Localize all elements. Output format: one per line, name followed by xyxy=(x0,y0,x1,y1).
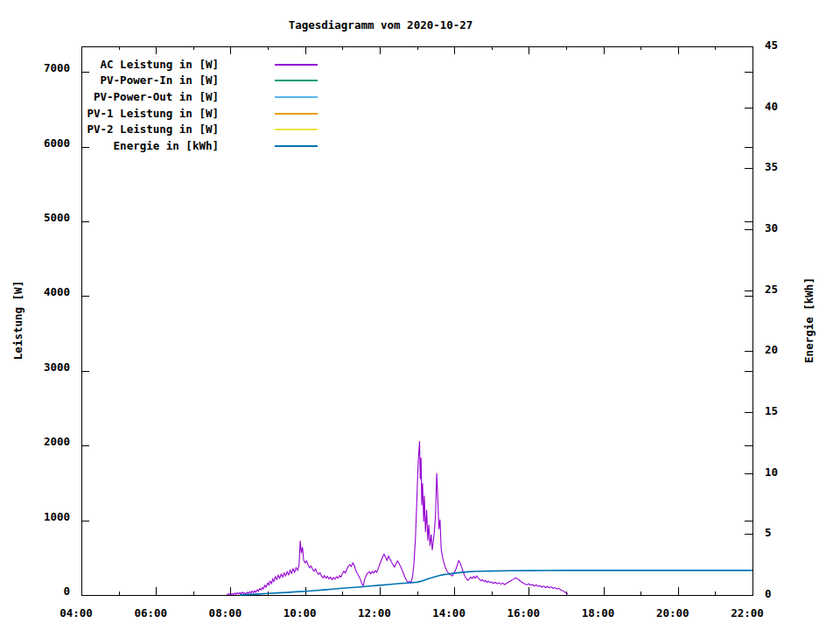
y-left-tick-label: 7000 xyxy=(0,62,70,74)
legend-color-line xyxy=(275,64,318,66)
x-tick-label: 10:00 xyxy=(284,607,317,620)
y-right-tick-label: 0 xyxy=(765,588,772,600)
legend-color-line xyxy=(275,113,318,115)
y-right-tick-label: 20 xyxy=(765,344,778,356)
legend-label: PV-1 Leistung in [W] xyxy=(18,108,219,120)
x-tick-label: 06:00 xyxy=(134,607,167,620)
y-axis-title-right: Energie [kWh] xyxy=(802,277,816,363)
x-tick-label: 16:00 xyxy=(508,607,541,620)
y-right-tick-label: 40 xyxy=(765,101,778,113)
x-tick-label: 22:00 xyxy=(731,607,764,620)
legend-color-line xyxy=(275,145,318,147)
y-right-tick-label: 5 xyxy=(765,527,772,539)
series-ac-leistung-in-w xyxy=(227,441,568,594)
legend-color-line xyxy=(275,96,318,98)
legend-label: PV-Power-Out in [W] xyxy=(18,91,219,103)
y-left-tick-label: 1000 xyxy=(0,511,70,523)
legend-color-line xyxy=(275,129,318,130)
legend-color-line xyxy=(275,80,318,81)
legend-label: PV-2 Leistung in [W] xyxy=(18,123,219,136)
y-right-tick-label: 30 xyxy=(765,222,778,234)
x-tick-label: 04:00 xyxy=(60,607,93,620)
y-left-tick-label: 6000 xyxy=(0,137,70,150)
y-right-tick-label: 35 xyxy=(765,161,778,173)
chart-title: Tagesdiagramm vom 2020-10-27 xyxy=(289,18,473,32)
y-left-tick-label: 0 xyxy=(0,585,70,598)
y-right-tick-label: 25 xyxy=(765,284,778,296)
x-tick-label: 20:00 xyxy=(656,607,690,620)
x-tick-label: 12:00 xyxy=(358,607,391,620)
x-tick-label: 18:00 xyxy=(582,607,615,620)
y-left-tick-label: 3000 xyxy=(0,361,70,374)
tagesdiagramm-chart: Tagesdiagramm vom 2020-10-27 Leistung [W… xyxy=(0,0,840,630)
legend-label: PV-Power-In in [W] xyxy=(18,74,219,87)
y-right-tick-label: 15 xyxy=(765,405,778,417)
y-left-tick-label: 5000 xyxy=(0,212,70,224)
y-right-tick-label: 10 xyxy=(765,466,778,479)
x-tick-label: 08:00 xyxy=(209,607,242,620)
y-left-tick-label: 4000 xyxy=(0,286,70,298)
y-left-tick-label: 2000 xyxy=(0,436,70,448)
y-right-tick-label: 45 xyxy=(765,39,778,52)
x-tick-label: 14:00 xyxy=(432,607,466,620)
